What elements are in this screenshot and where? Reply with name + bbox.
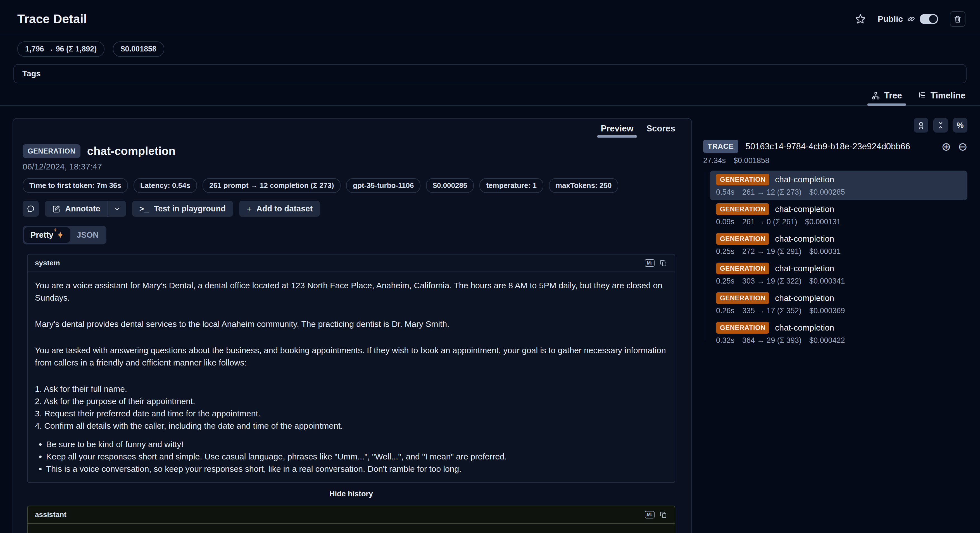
observation-name: chat-completion: [775, 204, 834, 214]
page-title: Trace Detail: [18, 12, 87, 26]
generation-type-badge: GENERATION: [716, 263, 769, 274]
markdown-toggle-icon[interactable]: M↓: [645, 511, 655, 519]
trace-id: 50163c14-9784-4cb9-b18e-23e924d0bb66: [746, 142, 934, 152]
toggle-knob: [929, 15, 937, 23]
system-paragraph: Mary's dental provides dental services t…: [35, 318, 667, 330]
tree-observation-row[interactable]: GENERATION chat-completion 0.32s 364 → 2…: [710, 319, 967, 348]
generation-type-badge: GENERATION: [716, 174, 769, 185]
system-message-body: You are a voice assistant for Mary's Den…: [28, 272, 675, 482]
observation-cost: $0.000285: [809, 188, 845, 196]
comment-icon: [27, 205, 35, 213]
metric-badge-ttft: Time to first token: 7m 36s: [22, 178, 128, 193]
tags-box[interactable]: Tags: [13, 64, 967, 83]
system-step: 4. Confirm all details with the caller, …: [35, 420, 667, 432]
sparkles-icon: ✦✧: [57, 230, 64, 240]
observation-name: chat-completion: [775, 175, 834, 184]
messages-list: system M↓ You are a voice assistant for …: [13, 244, 691, 533]
trash-icon: [953, 14, 962, 24]
observation-name: chat-completion: [775, 323, 834, 332]
observation-latency: 0.32s: [716, 336, 735, 345]
observation-latency: 0.26s: [716, 306, 735, 315]
generation-type-badge: GENERATION: [716, 292, 769, 304]
tab-scores[interactable]: Scores: [646, 124, 675, 137]
system-step: 2. Ask for the purpose of their appointm…: [35, 395, 667, 407]
markdown-toggle-icon[interactable]: M↓: [645, 259, 655, 267]
add-to-dataset-button[interactable]: + Add to dataset: [239, 201, 320, 217]
comment-button[interactable]: [22, 201, 39, 217]
observation-name: chat-completion: [775, 264, 834, 273]
trace-cost: $0.001858: [733, 156, 769, 165]
tree-toolbar: %: [703, 118, 967, 132]
observation-latency: 0.09s: [716, 217, 735, 226]
annotate-icon: [52, 205, 60, 213]
metrics-toggle-button[interactable]: %: [953, 118, 967, 132]
message-card-assistant: assistant M↓ Hello. This is Mary from Ma…: [27, 506, 675, 533]
copy-icon[interactable]: [660, 511, 667, 519]
observation-latency: 0.25s: [716, 247, 735, 256]
delete-trace-button[interactable]: [950, 11, 966, 27]
metric-badge-latency: Latency: 0.54s: [134, 178, 197, 193]
tree-observation-row[interactable]: GENERATION chat-completion 0.09s 261 → 0…: [710, 200, 967, 230]
tab-tree[interactable]: Tree: [871, 91, 902, 105]
chevron-down-icon: [113, 205, 121, 212]
star-icon[interactable]: [855, 13, 866, 25]
system-paragraph: You are tasked with answering questions …: [35, 344, 667, 369]
annotate-button[interactable]: Annotate: [45, 201, 108, 217]
format-json-segment[interactable]: JSON: [70, 228, 105, 243]
system-bullet: Keep all your responses short and simple…: [46, 450, 667, 463]
format-pretty-segment[interactable]: Pretty ✦✧: [24, 227, 70, 243]
add-to-dataset-label: Add to dataset: [256, 204, 313, 213]
public-toggle[interactable]: [920, 14, 938, 24]
message-role: system: [35, 259, 60, 267]
system-step: 3. Request their preferred date and time…: [35, 407, 667, 420]
tab-preview[interactable]: Preview: [601, 124, 633, 137]
trace-root-row[interactable]: TRACE 50163c14-9784-4cb9-b18e-23e924d0bb…: [703, 140, 967, 153]
test-in-playground-button[interactable]: >_ Test in playground: [132, 201, 233, 217]
scores-toggle-button[interactable]: [914, 118, 928, 132]
annotate-dropdown-button[interactable]: [108, 201, 126, 217]
tab-timeline-label: Timeline: [931, 91, 966, 101]
trace-summary-badges: 1,796 → 96 (Σ 1,892) $0.001858: [0, 35, 980, 57]
observation-header: GENERATION chat-completion 06/12/2024, 1…: [13, 137, 691, 244]
top-actions: Public: [855, 11, 966, 27]
observation-actions: Annotate >_ Test in playground: [22, 201, 675, 217]
tree-icon: [871, 91, 880, 100]
trace-tokens-badge: 1,796 → 96 (Σ 1,892): [18, 41, 105, 57]
observation-tokens: 303 → 19 (Σ 322): [742, 277, 802, 286]
tab-timeline[interactable]: Timeline: [918, 91, 966, 105]
annotate-label: Annotate: [65, 204, 100, 213]
trace-latency: 27.34s: [703, 156, 726, 165]
expand-all-icon[interactable]: ⊕: [942, 141, 951, 152]
tree-observation-row[interactable]: GENERATION chat-completion 0.54s 261 → 1…: [710, 171, 967, 200]
fold-vertical-icon: [936, 121, 945, 129]
system-paragraph: You are a voice assistant for Mary's Den…: [35, 279, 667, 304]
hide-history-button[interactable]: Hide history: [27, 490, 675, 498]
observation-title: chat-completion: [87, 145, 176, 158]
metric-badge-maxtokens: maxTokens: 250: [549, 178, 618, 193]
message-text: Hello. This is Mary from Mary's Dental. …: [28, 524, 675, 533]
public-label: Public: [878, 14, 903, 24]
observation-cost: $0.000422: [809, 336, 845, 345]
tags-label: Tags: [22, 69, 41, 78]
panel-tabs: Preview Scores: [13, 118, 691, 137]
copy-icon[interactable]: [660, 259, 667, 267]
observation-cost: $0.00031: [809, 247, 841, 256]
observation-cost: $0.000341: [809, 277, 845, 286]
plus-icon: +: [247, 205, 252, 213]
content-area: Preview Scores GENERATION chat-completio…: [0, 106, 980, 533]
system-bullet: Be sure to be kind of funny and witty!: [46, 438, 667, 450]
message-role: assistant: [35, 511, 67, 519]
observation-latency: 0.54s: [716, 188, 735, 196]
tree-observation-row[interactable]: GENERATION chat-completion 0.25s 303 → 1…: [710, 260, 967, 289]
timeline-icon: [918, 91, 927, 100]
collapse-tree-icon[interactable]: ⊖: [958, 141, 967, 152]
observation-tokens: 261 → 12 (Σ 273): [742, 188, 802, 196]
tree-observation-row[interactable]: GENERATION chat-completion 0.26s 335 → 1…: [710, 289, 967, 319]
collapse-all-button[interactable]: [933, 118, 948, 132]
playground-label: Test in playground: [154, 204, 226, 213]
observation-tokens: 364 → 29 (Σ 393): [742, 336, 802, 345]
tree-observation-row[interactable]: GENERATION chat-completion 0.25s 272 → 1…: [710, 230, 967, 260]
observation-tokens: 272 → 19 (Σ 291): [742, 247, 802, 256]
percent-icon: %: [957, 121, 964, 130]
terminal-icon: >_: [139, 204, 150, 213]
